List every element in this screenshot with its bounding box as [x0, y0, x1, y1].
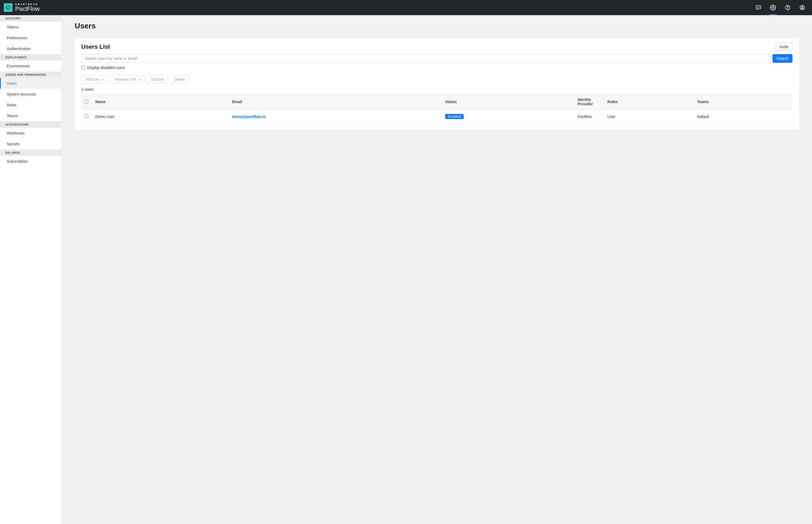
- cell-name: Demo User: [92, 110, 229, 123]
- sidebar-item-webhooks[interactable]: Webhooks: [0, 128, 62, 138]
- sidebar-item-tokens[interactable]: Tokens: [0, 22, 62, 32]
- main-content: Users Users List Invite Search Display d…: [62, 15, 812, 524]
- display-disabled-checkbox[interactable]: [81, 66, 85, 69]
- sidebar-item-subscription[interactable]: Subscription: [0, 156, 62, 167]
- sidebar-item-preferences[interactable]: Preferences: [0, 32, 62, 43]
- col-idp: Identity Provider: [574, 94, 604, 110]
- disable-button[interactable]: Disable: [147, 75, 168, 83]
- row-checkbox[interactable]: [84, 114, 88, 118]
- sidebar-section-label: USERS AND PERMISSIONS: [0, 71, 62, 78]
- users-card: Users List Invite Search Display disable…: [75, 38, 799, 130]
- cell-teams: Default: [694, 110, 793, 123]
- logo-text: SMARTBEAR PactFlow: [15, 3, 39, 12]
- sidebar-section-label: DEPLOYMENT: [0, 54, 62, 61]
- sidebar-item-authentication[interactable]: Authentication: [0, 43, 62, 54]
- svg-point-8: [801, 6, 803, 8]
- status-badge: Enabled: [445, 114, 464, 119]
- col-email: Email: [229, 94, 442, 110]
- cell-roles: User: [604, 110, 694, 123]
- brand-big: PactFlow: [15, 6, 39, 12]
- sidebar: ACCOUNTTokensPreferencesAuthenticationDE…: [0, 15, 62, 524]
- help-icon[interactable]: [782, 0, 794, 15]
- chevron-down-icon: [101, 77, 104, 81]
- table-row: Demo Userdemo@pactflow.ioEnabledPactflow…: [81, 110, 793, 123]
- col-status: Status: [442, 94, 574, 110]
- search-input[interactable]: [81, 54, 770, 63]
- col-teams: Teams: [694, 94, 793, 110]
- page-title: Users: [75, 22, 799, 30]
- delete-button[interactable]: Delete: [170, 75, 189, 83]
- topbar: SMARTBEAR PactFlow: [0, 0, 812, 15]
- select-all-checkbox[interactable]: [84, 100, 88, 103]
- sidebar-item-teams[interactable]: Teams: [0, 111, 62, 121]
- settings-icon[interactable]: [767, 0, 779, 15]
- add-role-button[interactable]: Add role: [81, 75, 108, 83]
- sidebar-section-label: INTEGRATIONS: [0, 121, 62, 128]
- table-header-row: Name Email Status Identity Provider Role…: [81, 94, 793, 110]
- account-icon[interactable]: [796, 0, 808, 15]
- sidebar-item-users[interactable]: Users: [0, 78, 62, 89]
- sidebar-item-roles[interactable]: Roles: [0, 100, 62, 111]
- display-disabled-row[interactable]: Display disabled users: [81, 65, 793, 70]
- sidebar-section-label: BILLINGS: [0, 149, 62, 156]
- display-disabled-label: Display disabled users: [87, 65, 125, 70]
- sidebar-section-label: ACCOUNT: [0, 15, 62, 22]
- topbar-actions: [752, 0, 808, 15]
- card-title: Users List: [81, 43, 110, 50]
- svg-point-4: [772, 7, 774, 9]
- add-role-label: Add role: [85, 77, 99, 81]
- users-table: Name Email Status Identity Provider Role…: [81, 94, 793, 123]
- user-count: 1 users: [81, 87, 793, 92]
- col-roles: Roles: [604, 94, 694, 110]
- invite-button[interactable]: Invite: [776, 43, 793, 51]
- cell-email[interactable]: demo@pactflow.io: [232, 114, 266, 119]
- remove-role-label: Remove role: [115, 77, 136, 81]
- remove-role-button[interactable]: Remove role: [111, 75, 145, 83]
- sidebar-item-system-accounts[interactable]: System Accounts: [0, 89, 62, 100]
- sidebar-item-environments[interactable]: Environments: [0, 61, 62, 71]
- chat-icon[interactable]: [752, 0, 764, 15]
- col-name: Name: [92, 94, 229, 110]
- chevron-down-icon: [138, 77, 141, 81]
- search-button[interactable]: Search: [773, 54, 793, 63]
- logo[interactable]: SMARTBEAR PactFlow: [4, 3, 39, 12]
- sidebar-item-secrets[interactable]: Secrets: [0, 138, 62, 149]
- cell-idp: Pactflow: [574, 110, 604, 123]
- brand-small: SMARTBEAR: [15, 3, 39, 6]
- logo-icon: [4, 3, 13, 12]
